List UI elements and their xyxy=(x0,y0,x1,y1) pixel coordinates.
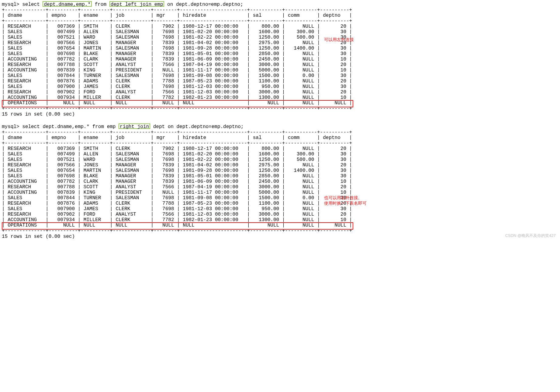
watermark: CSDN @晚风不及你的笑427 xyxy=(505,233,556,238)
prompt: mysql> select xyxy=(2,2,43,7)
terminal-output: mysql> select dept.dname,emp.* from dept… xyxy=(2,1,560,240)
select-columns-highlight: dept.dname,emp.* xyxy=(43,1,92,7)
result-table-2: +--------------+----------+----------+--… xyxy=(2,130,560,234)
join-clause-highlight: dept left join emp xyxy=(109,1,164,7)
annotation-left-join: 可以用左外连接 xyxy=(324,37,354,43)
sql-query-1: mysql> select dept.dname,emp.* from dept… xyxy=(2,1,560,7)
row-count-2: 15 rows in set (0.00 sec) xyxy=(2,234,560,240)
annotation-right-join: 也可以用右外连接, 使用时换一下表名即可 xyxy=(324,195,379,206)
sql-query-2: mysql> select dept.dname,emp.* from emp … xyxy=(2,123,560,130)
prompt: mysql> select dept.dname,emp.* from emp xyxy=(2,124,119,130)
join-clause-highlight: right join xyxy=(119,123,150,129)
row-count-1: 15 rows in set (0.00 sec) xyxy=(2,111,560,117)
result-table-1: +--------------+----------+----------+--… xyxy=(2,7,560,111)
